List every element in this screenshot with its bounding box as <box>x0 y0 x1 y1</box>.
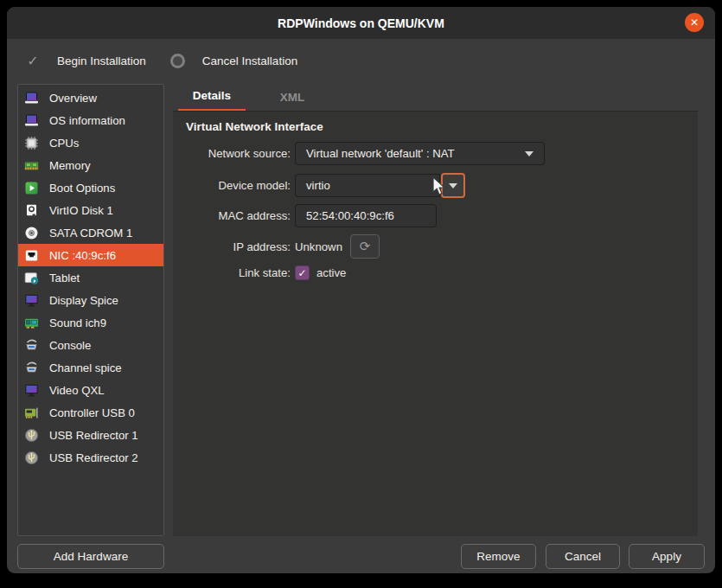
details-pane: Virtual Network Interface Network source… <box>173 112 698 536</box>
sidebar-item-label: USB Redirector 2 <box>49 451 138 464</box>
begin-installation-label: Begin Installation <box>57 54 146 67</box>
usb-controller-icon <box>24 406 39 420</box>
sidebar-item-boot-options[interactable]: Boot Options <box>18 176 163 199</box>
window-title: RDPWindows on QEMU/KVM <box>278 16 444 30</box>
link-state-checkbox[interactable]: ✓ <box>295 265 310 280</box>
sidebar-item-label: Console <box>49 339 91 352</box>
laptop-icon <box>24 91 39 105</box>
begin-installation-button[interactable]: ✓ Begin Installation <box>26 53 146 69</box>
mac-address-label: MAC address: <box>173 209 291 222</box>
cancel-installation-button[interactable]: Cancel Installation <box>170 54 297 68</box>
sidebar-item-label: Memory <box>49 159 91 172</box>
ip-address-value: Unknown <box>295 240 342 253</box>
sidebar-item-label: Boot Options <box>49 182 115 195</box>
disk-icon <box>24 203 39 218</box>
sidebar-item-memory[interactable]: Memory <box>18 154 163 176</box>
close-icon[interactable]: ✕ <box>685 13 704 32</box>
sidebar-item-label: SATA CDROM 1 <box>49 227 132 240</box>
device-model-row: Device model: virtio <box>173 173 465 198</box>
sidebar-item-label: VirtIO Disk 1 <box>49 204 113 217</box>
link-state-label: Link state: <box>173 266 291 279</box>
sidebar-item-console[interactable]: Console <box>18 334 163 356</box>
sidebar-item-label: Channel spice <box>49 361 122 374</box>
tablet-icon <box>24 271 39 285</box>
usb-symbol-icon <box>24 428 39 443</box>
remove-button[interactable]: Remove <box>461 544 536 569</box>
sidebar-item-os-information[interactable]: OS information <box>18 109 163 131</box>
mouse-cursor <box>431 176 447 197</box>
serial-connector-icon <box>24 338 39 353</box>
mac-address-input[interactable]: 52:54:00:40:9c:f6 <box>295 204 437 227</box>
nic-port-icon <box>24 248 39 263</box>
cdrom-icon <box>24 226 39 240</box>
network-source-label: Network source: <box>173 147 291 160</box>
section-title: Virtual Network Interface <box>186 120 323 133</box>
sidebar-item-label: Overview <box>49 92 97 105</box>
cancel-button[interactable]: Cancel <box>546 544 620 569</box>
sidebar-item-controller-usb[interactable]: Controller USB 0 <box>18 401 163 424</box>
monitor-icon <box>24 383 39 398</box>
sidebar-item-display-spice[interactable]: Display Spice <box>18 289 163 311</box>
sidebar-item-nic[interactable]: NIC :40:9c:f6 <box>18 244 163 266</box>
boot-play-icon <box>24 181 39 195</box>
title-bar: RDPWindows on QEMU/KVM ✕ <box>7 7 715 39</box>
sidebar-item-video-qxl[interactable]: Video QXL <box>18 379 163 401</box>
device-model-label: Device model: <box>173 179 291 192</box>
apply-button[interactable]: Apply <box>629 544 705 569</box>
toolbar: ✓ Begin Installation Cancel Installation <box>7 39 715 82</box>
sidebar-item-sound[interactable]: Sound ich9 <box>18 311 163 334</box>
link-state-value: active <box>316 266 346 279</box>
chevron-down-icon <box>525 151 534 157</box>
sidebar-item-overview[interactable]: Overview <box>18 86 163 109</box>
network-source-select[interactable]: Virtual network 'default' : NAT <box>295 142 545 165</box>
monitor-icon <box>24 293 39 308</box>
stop-circle-icon <box>170 54 185 68</box>
sidebar-item-label: Video QXL <box>49 384 105 397</box>
ip-address-label: IP address: <box>173 240 291 253</box>
tab-details[interactable]: Details <box>178 82 246 112</box>
sidebar-item-label: Sound ich9 <box>49 316 106 329</box>
hardware-list: Overview OS information CPUs Memory <box>17 84 164 536</box>
link-state-row: Link state: ✓ active <box>173 265 346 280</box>
sound-card-icon <box>24 316 39 330</box>
sidebar-item-usb-redirector-1[interactable]: USB Redirector 1 <box>18 424 163 446</box>
sidebar-item-label: Controller USB 0 <box>49 406 135 419</box>
device-model-value: virtio <box>306 179 330 192</box>
refresh-icon[interactable]: ⟳ <box>350 234 380 259</box>
memory-icon <box>24 158 39 173</box>
sidebar-item-channel-spice[interactable]: Channel spice <box>18 356 163 379</box>
sidebar-item-label: NIC :40:9c:f6 <box>49 249 116 262</box>
ip-address-row: IP address: Unknown ⟳ <box>173 234 380 259</box>
mac-address-value: 52:54:00:40:9c:f6 <box>306 209 394 222</box>
usb-symbol-icon <box>24 451 39 465</box>
sidebar-item-sata-cdrom[interactable]: SATA CDROM 1 <box>18 221 163 244</box>
sidebar-item-cpus[interactable]: CPUs <box>18 131 163 154</box>
sidebar-item-label: CPUs <box>49 137 79 150</box>
tab-xml[interactable]: XML <box>265 82 320 112</box>
sidebar-item-label: USB Redirector 1 <box>49 429 138 442</box>
device-model-input[interactable]: virtio <box>295 174 440 197</box>
cancel-installation-label: Cancel Installation <box>202 54 297 67</box>
cpu-icon <box>24 136 39 150</box>
sidebar-item-label: OS information <box>49 114 125 127</box>
network-source-value: Virtual network 'default' : NAT <box>306 147 455 160</box>
sidebar-item-usb-redirector-2[interactable]: USB Redirector 2 <box>18 446 163 469</box>
sidebar-item-label: Display Spice <box>49 294 118 307</box>
sidebar-item-label: Tablet <box>49 272 80 284</box>
mac-address-row: MAC address: 52:54:00:40:9c:f6 <box>173 204 437 227</box>
network-source-row: Network source: Virtual network 'default… <box>173 142 545 165</box>
vm-details-window: RDPWindows on QEMU/KVM ✕ ✓ Begin Install… <box>7 7 715 573</box>
tab-bar: Details XML <box>173 82 320 112</box>
laptop-icon <box>24 113 39 128</box>
serial-connector-icon <box>24 361 39 375</box>
check-icon: ✓ <box>26 53 40 69</box>
chevron-down-icon <box>449 183 457 189</box>
add-hardware-button[interactable]: Add Hardware <box>17 544 164 569</box>
sidebar-item-tablet[interactable]: Tablet <box>18 266 163 289</box>
sidebar-item-virtio-disk[interactable]: VirtIO Disk 1 <box>18 199 163 221</box>
